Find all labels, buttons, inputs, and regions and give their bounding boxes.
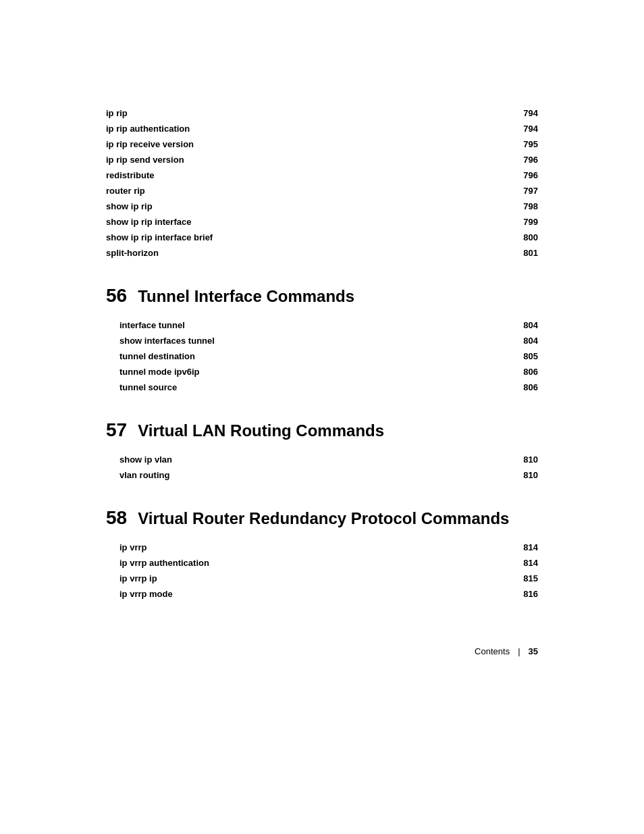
toc-entry-label: show ip rip interface brief <box>106 232 213 242</box>
toc-entry: tunnel destination 805 <box>119 351 538 361</box>
toc-entry: ip vrrp authentication 814 <box>119 558 538 568</box>
chapters-container: 56 Tunnel Interface Commands interface t… <box>106 285 538 599</box>
toc-entry-page: 800 <box>518 232 538 242</box>
toc-entry-label: redistribute <box>106 170 155 180</box>
toc-entry-label: ip vrrp ip <box>119 573 157 583</box>
toc-entry-page: 804 <box>518 320 538 330</box>
chapter-section: 56 Tunnel Interface Commands interface t… <box>106 285 538 392</box>
toc-entry-label: vlan routing <box>119 470 169 480</box>
footer-separator: | <box>518 646 520 656</box>
toc-entry-label: tunnel mode ipv6ip <box>119 367 199 377</box>
toc-entry-label: show interfaces tunnel <box>119 336 215 346</box>
chapter-title: Tunnel Interface Commands <box>138 287 354 306</box>
toc-entry: split-horizon 801 <box>106 248 538 258</box>
toc-entry: tunnel source 806 <box>119 382 538 392</box>
chapter-heading: 57 Virtual LAN Routing Commands <box>106 419 538 441</box>
toc-entry-label: split-horizon <box>106 248 159 258</box>
toc-entry: show interfaces tunnel 804 <box>119 336 538 346</box>
toc-entry: interface tunnel 804 <box>119 320 538 330</box>
page-container: ip rip 794 ip rip authentication 794 ip … <box>79 108 565 656</box>
toc-entry-label: ip rip receive version <box>106 139 194 149</box>
footer-label: Contents <box>475 646 510 656</box>
chapter-section: 57 Virtual LAN Routing Commands show ip … <box>106 419 538 480</box>
toc-entry-page: 798 <box>518 201 538 211</box>
chapter-title: Virtual Router Redundancy Protocol Comma… <box>138 509 509 528</box>
toc-entry-page: 801 <box>518 248 538 258</box>
chapter-number: 57 <box>106 419 127 441</box>
toc-entry-page: 806 <box>518 367 538 377</box>
toc-entry-label: show ip rip <box>106 201 153 211</box>
toc-entry: ip vrrp ip 815 <box>119 573 538 583</box>
toc-entry-page: 805 <box>518 351 538 361</box>
chapter-number: 58 <box>106 507 127 529</box>
chapter-heading: 58 Virtual Router Redundancy Protocol Co… <box>106 507 538 529</box>
chapter-number: 56 <box>106 285 127 307</box>
toc-entry-label: ip vrrp <box>119 542 146 552</box>
toc-entry-page: 810 <box>518 454 538 465</box>
toc-entry-page: 799 <box>518 217 538 227</box>
toc-entry-page: 816 <box>518 589 538 599</box>
toc-entry-page: 806 <box>518 382 538 392</box>
toc-entry-page: 796 <box>518 155 538 165</box>
toc-entry: ip vrrp mode 816 <box>119 589 538 599</box>
chapter-title: Virtual LAN Routing Commands <box>138 421 384 440</box>
toc-entry-page: 815 <box>518 573 538 583</box>
toc-entry: ip vrrp 814 <box>119 542 538 552</box>
toc-entry: show ip vlan 810 <box>119 454 538 465</box>
chapter-heading: 56 Tunnel Interface Commands <box>106 285 538 307</box>
toc-entry-label: interface tunnel <box>119 320 185 330</box>
toc-entry-label: tunnel destination <box>119 351 195 361</box>
toc-entry-label: ip vrrp authentication <box>119 558 209 568</box>
toc-entry: ip rip receive version 795 <box>106 139 538 149</box>
entries-section: interface tunnel 804 show interfaces tun… <box>119 320 538 392</box>
toc-entry-page: 814 <box>518 558 538 568</box>
toc-entry-label: ip rip <box>106 108 128 118</box>
toc-entry-label: ip rip send version <box>106 155 184 165</box>
toc-entry: ip rip send version 796 <box>106 155 538 165</box>
toc-entry-page: 796 <box>518 170 538 180</box>
toc-entry: vlan routing 810 <box>119 470 538 480</box>
toc-entry-page: 794 <box>518 108 538 118</box>
top-entries-section: ip rip 794 ip rip authentication 794 ip … <box>106 108 538 258</box>
toc-entry-label: show ip vlan <box>119 454 172 465</box>
toc-entry-page: 794 <box>518 124 538 134</box>
toc-entry: show ip rip interface brief 800 <box>106 232 538 242</box>
toc-entry-label: tunnel source <box>119 382 177 392</box>
footer-page: 35 <box>529 646 538 656</box>
toc-entry: show ip rip 798 <box>106 201 538 211</box>
toc-entry: redistribute 796 <box>106 170 538 180</box>
toc-entry: router rip 797 <box>106 186 538 196</box>
toc-entry-page: 804 <box>518 336 538 346</box>
entries-section: show ip vlan 810 vlan routing 810 <box>119 454 538 480</box>
toc-entry-page: 814 <box>518 542 538 552</box>
toc-entry-label: ip vrrp mode <box>119 589 173 599</box>
toc-entry-page: 810 <box>518 470 538 480</box>
footer: Contents | 35 <box>106 640 538 656</box>
toc-entry-page: 797 <box>518 186 538 196</box>
toc-entry-page: 795 <box>518 139 538 149</box>
toc-entry-label: show ip rip interface <box>106 217 191 227</box>
toc-entry: show ip rip interface 799 <box>106 217 538 227</box>
toc-entry: tunnel mode ipv6ip 806 <box>119 367 538 377</box>
chapter-section: 58 Virtual Router Redundancy Protocol Co… <box>106 507 538 599</box>
entries-section: ip vrrp 814 ip vrrp authentication 814 i… <box>119 542 538 599</box>
toc-entry-label: ip rip authentication <box>106 124 190 134</box>
toc-entry: ip rip 794 <box>106 108 538 118</box>
toc-entry: ip rip authentication 794 <box>106 124 538 134</box>
toc-entry-label: router rip <box>106 186 145 196</box>
